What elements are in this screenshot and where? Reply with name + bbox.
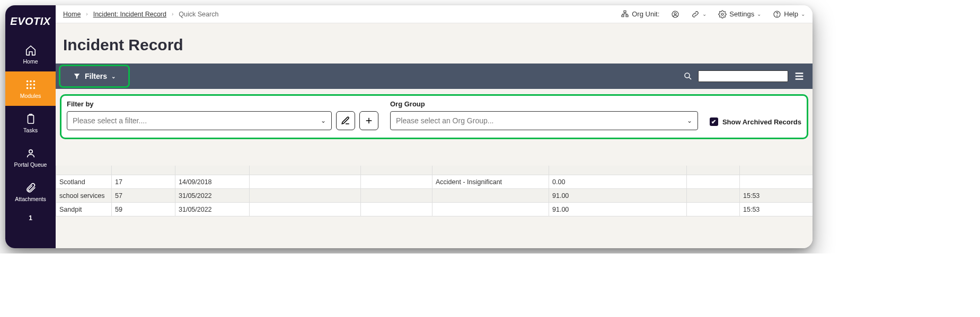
add-filter-button[interactable] [359, 111, 378, 130]
search-input[interactable] [698, 70, 788, 82]
user-queue-icon [25, 148, 37, 159]
filter-panel: Filter by Please select a filter.... ⌄ O… [60, 94, 808, 139]
org-group-placeholder: Please select an Org Group... [396, 116, 493, 125]
funnel-icon [73, 73, 81, 80]
filter-by-select[interactable]: Please select a filter.... ⌄ [67, 111, 332, 130]
results-table: ⌄Scotland1714/09/2018Accident - Insignif… [56, 166, 813, 216]
table-cell [361, 166, 432, 175]
help-circle-icon [773, 10, 781, 19]
table-cell [687, 189, 740, 203]
sidebar-attachments[interactable]: Attachments [5, 175, 56, 209]
filters-toggle-button[interactable]: Filters ⌄ [59, 65, 130, 88]
svg-rect-11 [624, 11, 626, 12]
svg-point-0 [26, 80, 28, 82]
org-unit-icon [621, 10, 629, 19]
table-cell: Sandpit [56, 203, 112, 216]
table-cell [250, 189, 361, 203]
table-cell [687, 166, 740, 175]
table-cell: 57 [112, 189, 175, 203]
table-cell [112, 166, 175, 175]
table-cell: 31/05/2022 [175, 189, 250, 203]
sidebar-footer-number: 1 [5, 209, 56, 224]
table-cell [740, 175, 813, 189]
svg-point-16 [721, 13, 723, 15]
user-circle-icon [671, 10, 679, 19]
sidebar-modules[interactable]: Modules [5, 71, 56, 106]
breadcrumb-item[interactable]: Incident: Incident Record [93, 11, 166, 18]
svg-point-15 [674, 12, 676, 14]
sidebar-home[interactable]: Home [5, 37, 56, 71]
filter-by-group: Filter by Please select a filter.... ⌄ [67, 100, 378, 130]
chevron-down-icon: ⌄ [321, 117, 326, 124]
brand-logo: EVOTIX [5, 5, 56, 37]
table-cell: 91.00 [549, 203, 687, 216]
table-cell [361, 203, 432, 216]
svg-point-10 [29, 150, 32, 153]
table-cell [175, 166, 250, 175]
table-cell [432, 166, 549, 175]
search-icon[interactable] [683, 71, 693, 81]
chevron-down-icon: ⌄ [757, 11, 761, 17]
table-cell [432, 189, 549, 203]
edit-filter-button[interactable] [336, 111, 355, 130]
sidebar-item-label: Home [23, 58, 38, 65]
chevron-down-icon: ⌄ [111, 74, 116, 79]
table-cell: 15:53 [740, 189, 813, 203]
help-button[interactable]: Help ⌄ [773, 10, 805, 19]
home-icon [25, 44, 37, 56]
table-row[interactable]: Sandpit5931/05/202291.0015:53Loremipsum⌄ [56, 203, 813, 216]
table-cell: Scotland [56, 175, 112, 189]
user-profile-button[interactable] [671, 10, 679, 19]
org-group-select[interactable]: Please select an Org Group... ⌄ [390, 111, 698, 130]
filter-by-label: Filter by [67, 100, 378, 108]
table-cell: 14/09/2018 [175, 175, 250, 189]
svg-point-19 [685, 73, 690, 78]
help-label: Help [784, 10, 798, 18]
table-cell: 91.00 [549, 189, 687, 203]
sidebar-item-label: Modules [20, 93, 41, 99]
settings-button[interactable]: Settings ⌄ [718, 10, 761, 19]
edit-icon [341, 116, 350, 125]
org-group-group: Org Group Please select an Org Group... … [390, 100, 698, 130]
table-cell: 31/05/2022 [175, 203, 250, 216]
table-cell [361, 189, 432, 203]
filter-toolbar: Filters ⌄ [56, 64, 813, 89]
chevron-down-icon: ⌄ [687, 117, 692, 124]
svg-point-4 [30, 84, 32, 86]
toolbar-right [683, 70, 809, 82]
breadcrumb-item: Quick Search [179, 11, 218, 18]
svg-rect-9 [28, 115, 33, 123]
table-row[interactable]: Scotland1714/09/2018Accident - Insignifi… [56, 175, 813, 189]
svg-point-6 [26, 87, 28, 89]
table-row[interactable]: ⌄ [56, 166, 813, 175]
svg-point-3 [26, 84, 28, 86]
show-archived-toggle[interactable]: ✔ Show Archived Records [710, 117, 801, 130]
sidebar-portal-queue[interactable]: Portal Queue [5, 140, 56, 175]
sidebar-item-label: Attachments [15, 196, 46, 202]
sidebar-tasks[interactable]: Tasks [5, 106, 56, 140]
archived-label: Show Archived Records [722, 118, 801, 126]
table-cell: 17 [112, 175, 175, 189]
table-cell: Accident - Insignificant [432, 175, 549, 189]
breadcrumb-item[interactable]: Home [63, 11, 81, 18]
svg-point-8 [33, 87, 35, 89]
table-cell [250, 203, 361, 216]
svg-point-1 [30, 80, 32, 82]
org-unit-selector[interactable]: Org Unit: [621, 10, 659, 19]
sidebar-item-label: Portal Queue [14, 161, 47, 168]
app-shell: EVOTIX Home Modules Tasks Portal Queue A… [5, 5, 813, 248]
chevron-right-icon: › [86, 11, 87, 17]
settings-label: Settings [729, 10, 754, 18]
table-cell [687, 175, 740, 189]
page-title-row: Incident Record [56, 23, 813, 64]
share-link-button[interactable]: ⌄ [691, 10, 707, 19]
hamburger-menu-icon[interactable] [793, 70, 805, 82]
svg-point-5 [33, 84, 35, 86]
table-cell [687, 203, 740, 216]
table-cell: 0.00 [549, 175, 687, 189]
svg-point-2 [33, 80, 35, 82]
breadcrumb: Home › Incident: Incident Record › Quick… [63, 11, 218, 18]
plus-icon [364, 116, 374, 125]
table-row[interactable]: school services5731/05/202291.0015:53Lor… [56, 189, 813, 203]
sidebar: EVOTIX Home Modules Tasks Portal Queue A… [5, 5, 56, 248]
